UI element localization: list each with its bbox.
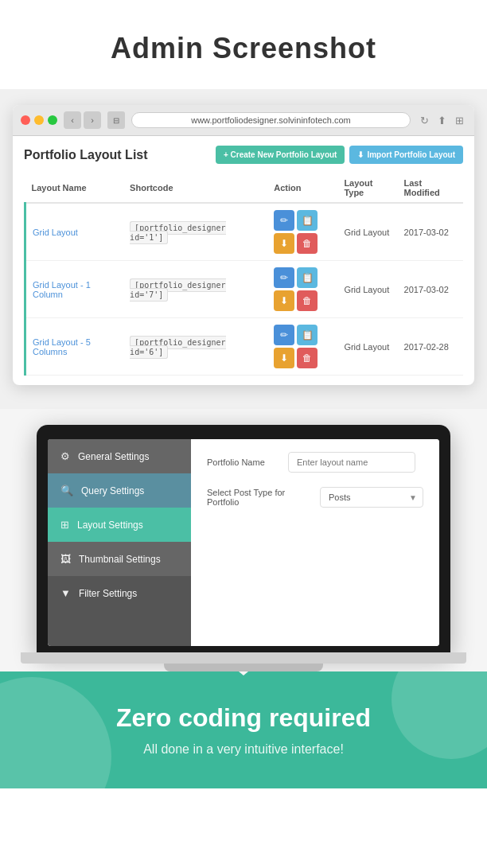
cell-layout-name: Grid Layout — [25, 203, 124, 261]
post-type-select[interactable]: Posts Pages Custom — [320, 487, 423, 508]
post-type-label: Select Post Type for Portfolio — [207, 488, 310, 507]
close-dot[interactable] — [21, 115, 30, 125]
copy-button[interactable]: 📋 — [297, 210, 318, 231]
sidebar-label-thumbnail: Thumbnail Settings — [79, 554, 161, 565]
delete-button[interactable]: 🗑 — [297, 348, 318, 368]
page-title: Admin Screenshot — [16, 32, 471, 65]
share-icon[interactable]: ⬆ — [434, 113, 449, 127]
table-head: Layout Name Shortcode Action Layout Type… — [25, 173, 464, 203]
laptop-sidebar: ⚙ General Settings 🔍 Query Settings ⊞ La… — [48, 439, 191, 646]
title-section: Admin Screenshot — [0, 0, 487, 89]
laptop-base — [21, 652, 466, 664]
layout-table: Layout Name Shortcode Action Layout Type… — [24, 173, 463, 376]
forward-button[interactable]: › — [84, 111, 101, 129]
cell-layout-type: Grid Layout — [337, 203, 397, 261]
image-icon: 🖼 — [60, 553, 71, 565]
header-btn-group: + Create New Portfolio Layout ⬇ Import P… — [216, 146, 463, 164]
panel-header: Portfolio Layout List + Create New Portf… — [24, 146, 463, 164]
browser-section: ‹ › ⊟ www.portfoliodesigner.solvininfote… — [0, 89, 487, 409]
copy-button[interactable]: 📋 — [297, 325, 318, 345]
layout-icon: ⊞ — [60, 519, 69, 531]
download-button[interactable]: ⬇ — [274, 348, 294, 368]
post-type-select-wrapper: Posts Pages Custom ▼ — [320, 487, 423, 508]
browser-nav: ‹ › — [64, 111, 101, 129]
sidebar-label-query: Query Settings — [81, 485, 144, 496]
url-bar[interactable]: www.portfoliodesigner.solvininfotech.com — [131, 112, 411, 128]
table-body: Grid Layout [portfolio_designer id='1'] … — [25, 203, 464, 376]
cell-layout-type: Grid Layout — [337, 261, 397, 318]
delete-button[interactable]: 🗑 — [297, 233, 318, 254]
laptop-section: ⚙ General Settings 🔍 Query Settings ⊞ La… — [0, 409, 487, 671]
delete-button[interactable]: 🗑 — [297, 290, 318, 311]
create-portfolio-button[interactable]: + Create New Portfolio Layout — [216, 146, 345, 164]
cell-last-modified: 2017-02-28 — [398, 318, 463, 376]
laptop-screen: ⚙ General Settings 🔍 Query Settings ⊞ La… — [48, 439, 439, 646]
col-action: Action — [267, 173, 337, 203]
tabs-icon[interactable]: ⊟ — [107, 111, 125, 129]
portfolio-name-input[interactable] — [288, 452, 415, 473]
cell-action: ✏ 📋 ⬇ 🗑 — [267, 203, 337, 261]
portfolio-name-label: Portfolio Name — [207, 457, 279, 467]
sidebar-item-filter[interactable]: ▼ Filter Settings — [48, 576, 191, 610]
shortcode-value: [portfolio_designer id='7'] — [130, 278, 225, 302]
action-btn-group: ✏ 📋 ⬇ 🗑 — [274, 325, 331, 368]
col-shortcode: Shortcode — [123, 173, 267, 203]
layout-name-link[interactable]: Grid Layout — [33, 228, 78, 237]
download-button[interactable]: ⬇ — [274, 290, 294, 311]
col-layout-name: Layout Name — [25, 173, 124, 203]
browser-action-icons: ↻ ⬆ ⊞ — [417, 113, 466, 127]
table-row: Grid Layout - 1 Column [portfolio_design… — [25, 261, 464, 318]
col-last-modified: Last Modified — [398, 173, 463, 203]
cell-shortcode: [portfolio_designer id='1'] — [123, 203, 267, 261]
browser-window: ‹ › ⊟ www.portfoliodesigner.solvininfote… — [13, 105, 474, 385]
shortcode-value: [portfolio_designer id='6'] — [130, 336, 225, 359]
edit-button[interactable]: ✏ — [274, 267, 294, 288]
cell-last-modified: 2017-03-02 — [398, 203, 463, 261]
search-icon: 🔍 — [60, 485, 73, 496]
form-row-name: Portfolio Name — [207, 452, 423, 473]
action-btn-group: ✏ 📋 ⬇ 🗑 — [274, 267, 331, 311]
minimize-dot[interactable] — [34, 115, 44, 125]
laptop-outer: ⚙ General Settings 🔍 Query Settings ⊞ La… — [37, 425, 450, 652]
cell-layout-name: Grid Layout - 5 Columns — [25, 318, 124, 376]
import-label: Import Portfolio Layout — [367, 150, 455, 159]
action-btn-group: ✏ 📋 ⬇ 🗑 — [274, 210, 331, 254]
cell-action: ✏ 📋 ⬇ 🗑 — [267, 318, 337, 376]
back-button[interactable]: ‹ — [64, 111, 81, 129]
sidebar-item-query[interactable]: 🔍 Query Settings — [48, 473, 191, 508]
layout-name-link[interactable]: Grid Layout - 1 Column — [33, 280, 91, 299]
maximize-dot[interactable] — [48, 115, 57, 125]
panel-title: Portfolio Layout List — [24, 148, 148, 162]
table-row: Grid Layout - 5 Columns [portfolio_desig… — [25, 318, 464, 376]
edit-button[interactable]: ✏ — [274, 210, 294, 231]
green-section: Zero coding required All done in a very … — [0, 671, 487, 788]
sidebar-label-filter: Filter Settings — [79, 588, 137, 599]
cell-layout-name: Grid Layout - 1 Column — [25, 261, 124, 318]
sidebar-item-layout[interactable]: ⊞ Layout Settings — [48, 508, 191, 542]
table-row: Grid Layout [portfolio_designer id='1'] … — [25, 203, 464, 261]
cell-shortcode: [portfolio_designer id='7'] — [123, 261, 267, 318]
shortcode-value: [portfolio_designer id='1'] — [130, 221, 225, 244]
cell-layout-type: Grid Layout — [337, 318, 397, 376]
copy-button[interactable]: 📋 — [297, 267, 318, 288]
form-row-post-type: Select Post Type for Portfolio Posts Pag… — [207, 487, 423, 508]
cell-shortcode: [portfolio_designer id='6'] — [123, 318, 267, 376]
import-portfolio-button[interactable]: ⬇ Import Portfolio Layout — [349, 146, 463, 164]
decorative-circle-1 — [0, 677, 111, 788]
reload-icon[interactable]: ↻ — [417, 113, 431, 127]
sidebar-label-layout: Layout Settings — [77, 520, 143, 531]
filter-icon: ▼ — [60, 587, 71, 599]
gear-icon: ⚙ — [60, 450, 70, 462]
sidebar-label-general: General Settings — [78, 451, 149, 462]
sidebar-item-thumbnail[interactable]: 🖼 Thumbnail Settings — [48, 542, 191, 576]
laptop-main: Portfolio Name Select Post Type for Port… — [191, 439, 439, 646]
cell-action: ✏ 📋 ⬇ 🗑 — [267, 261, 337, 318]
download-button[interactable]: ⬇ — [274, 233, 294, 254]
laptop-stand — [164, 664, 323, 671]
sidebar-item-general[interactable]: ⚙ General Settings — [48, 439, 191, 473]
edit-button[interactable]: ✏ — [274, 325, 294, 345]
import-icon: ⬇ — [357, 150, 364, 159]
browser-dots — [21, 115, 57, 125]
layout-name-link[interactable]: Grid Layout - 5 Columns — [33, 337, 91, 356]
new-tab-icon[interactable]: ⊞ — [452, 113, 466, 127]
